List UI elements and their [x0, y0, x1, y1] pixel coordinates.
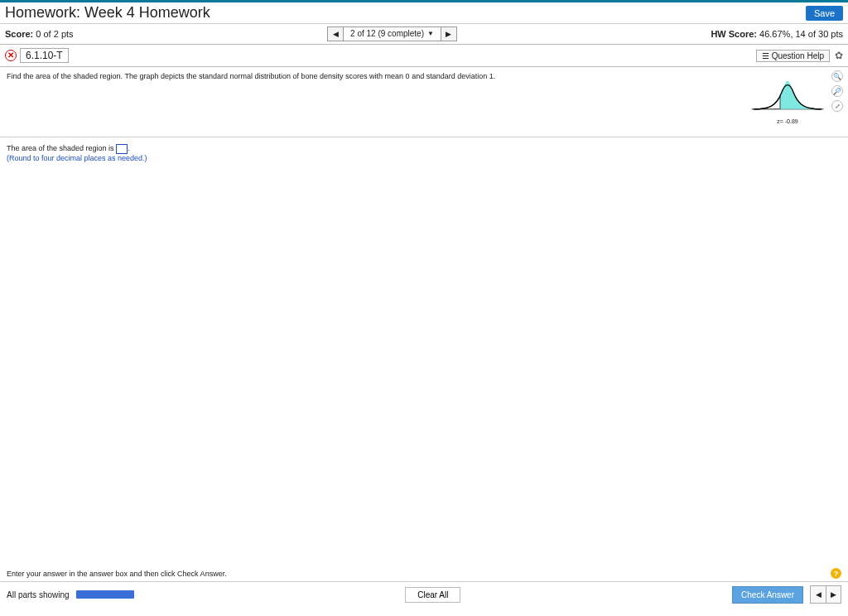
check-answer-button[interactable]: Check Answer	[732, 586, 803, 604]
question-text: Find the area of the shaded region. The …	[7, 72, 586, 80]
content-spacer	[0, 169, 848, 566]
help-icon[interactable]: ?	[831, 568, 841, 579]
save-button[interactable]: Save	[806, 6, 843, 21]
parts-showing-label: All parts showing	[7, 590, 70, 599]
incorrect-x-icon: ✕	[5, 50, 17, 61]
question-help-button[interactable]: ☰ Question Help	[756, 50, 830, 62]
answer-input[interactable]	[116, 144, 128, 154]
bottom-bar: All parts showing Clear All Check Answer…	[0, 582, 848, 607]
prev-question-button[interactable]: ◀	[327, 26, 344, 41]
footer-hint-bar: Enter your answer in the answer box and …	[0, 566, 848, 582]
zoom-out-icon[interactable]: 🔎	[831, 85, 843, 97]
question-help-label: Question Help	[772, 51, 824, 60]
graph-toolbar: 🔍 🔎 ⤢	[831, 70, 843, 112]
mini-nav: ◀ ▶	[810, 585, 841, 604]
rounding-note: (Round to four decimal places as needed.…	[7, 154, 147, 162]
question-number: 6.1.10-T	[20, 48, 69, 63]
next-question-button[interactable]: ▶	[441, 26, 457, 41]
list-icon: ☰	[762, 51, 769, 60]
expand-icon[interactable]: ⤢	[831, 100, 843, 112]
footer-hint-text: Enter your answer in the answer box and …	[7, 570, 227, 578]
answer-prefix-text: The area of the shaded region is	[7, 144, 116, 152]
triangle-right-icon: ▶	[446, 30, 451, 38]
question-nav-dropdown[interactable]: 2 of 12 (9 complete) ▼	[344, 26, 441, 41]
question-nav: ◀ 2 of 12 (9 complete) ▼ ▶	[74, 26, 711, 41]
normal-curve-svg	[750, 69, 825, 117]
caret-down-icon: ▼	[427, 27, 434, 41]
score-display: Score: 0 of 2 pts	[5, 29, 74, 39]
nav-position-label: 2 of 12 (9 complete)	[350, 27, 424, 41]
answer-area: The area of the shaded region is . (Roun…	[0, 137, 848, 169]
zoom-in-icon[interactable]: 🔍	[831, 70, 843, 82]
page-title: Homework: Week 4 Homework	[5, 4, 806, 22]
hw-score-value: 46.67%, 14 of 30 pts	[759, 29, 843, 39]
score-value: 0 of 2 pts	[36, 29, 73, 39]
hw-score-display: HW Score: 46.67%, 14 of 30 pts	[711, 29, 843, 39]
mini-next-button[interactable]: ▶	[826, 586, 841, 603]
clear-all-button[interactable]: Clear All	[405, 587, 460, 603]
triangle-left-icon: ◀	[333, 30, 339, 38]
normal-distribution-graph[interactable]: z= -0.89	[750, 69, 825, 124]
mini-prev-button[interactable]: ◀	[811, 586, 826, 603]
header-row: Homework: Week 4 Homework Save	[0, 2, 848, 24]
gear-icon[interactable]: ✿	[835, 50, 843, 61]
question-area: Find the area of the shaded region. The …	[0, 67, 848, 137]
hw-score-label: HW Score:	[711, 29, 757, 39]
score-bar: Score: 0 of 2 pts ◀ 2 of 12 (9 complete)…	[0, 24, 848, 45]
question-header-bar: ✕ 6.1.10-T ☰ Question Help ✿	[0, 45, 848, 67]
graph-caption: z= -0.89	[750, 118, 825, 124]
score-label: Score:	[5, 29, 33, 39]
progress-bar	[76, 590, 134, 599]
